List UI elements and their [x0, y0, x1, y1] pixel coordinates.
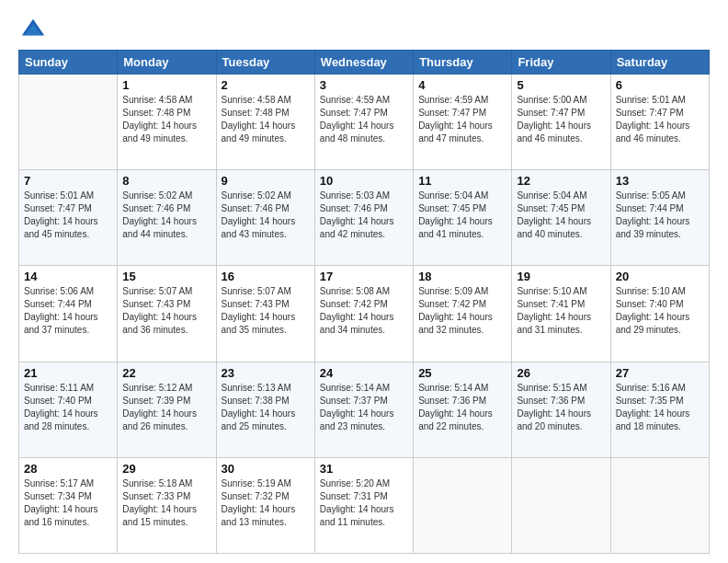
day-info: Sunrise: 5:05 AM Sunset: 7:44 PM Dayligh… — [616, 190, 704, 241]
day-number: 21 — [24, 366, 112, 380]
day-info: Sunrise: 5:02 AM Sunset: 7:46 PM Dayligh… — [222, 190, 310, 241]
day-info: Sunrise: 4:59 AM Sunset: 7:47 PM Dayligh… — [320, 94, 408, 145]
day-number: 28 — [24, 462, 112, 476]
day-number: 27 — [616, 366, 704, 380]
day-number: 13 — [616, 174, 704, 188]
day-cell: 16Sunrise: 5:07 AM Sunset: 7:43 PM Dayli… — [216, 266, 314, 362]
day-info: Sunrise: 5:18 AM Sunset: 7:33 PM Dayligh… — [122, 477, 210, 529]
day-info: Sunrise: 5:11 AM Sunset: 7:40 PM Dayligh… — [24, 382, 112, 433]
day-number: 8 — [122, 174, 210, 188]
day-number: 5 — [517, 78, 605, 92]
day-info: Sunrise: 5:17 AM Sunset: 7:34 PM Dayligh… — [24, 477, 112, 529]
col-header-saturday: Saturday — [610, 51, 709, 75]
day-cell: 15Sunrise: 5:07 AM Sunset: 7:43 PM Dayli… — [118, 266, 216, 362]
day-info: Sunrise: 4:58 AM Sunset: 7:48 PM Dayligh… — [122, 94, 210, 145]
day-info: Sunrise: 5:20 AM Sunset: 7:31 PM Dayligh… — [320, 477, 408, 529]
day-cell: 3Sunrise: 4:59 AM Sunset: 7:47 PM Daylig… — [314, 75, 413, 170]
day-cell — [19, 75, 118, 170]
col-header-tuesday: Tuesday — [216, 51, 314, 75]
day-info: Sunrise: 4:58 AM Sunset: 7:48 PM Dayligh… — [222, 94, 310, 145]
day-cell: 11Sunrise: 5:04 AM Sunset: 7:45 PM Dayli… — [414, 170, 512, 266]
day-number: 26 — [517, 366, 605, 380]
day-cell: 27Sunrise: 5:16 AM Sunset: 7:35 PM Dayli… — [610, 362, 709, 457]
day-cell: 29Sunrise: 5:18 AM Sunset: 7:33 PM Dayli… — [118, 457, 216, 553]
day-cell — [512, 457, 610, 553]
day-number: 23 — [222, 366, 310, 380]
day-info: Sunrise: 5:01 AM Sunset: 7:47 PM Dayligh… — [24, 190, 112, 241]
header — [18, 17, 710, 42]
day-info: Sunrise: 5:14 AM Sunset: 7:36 PM Dayligh… — [418, 382, 506, 433]
day-cell: 31Sunrise: 5:20 AM Sunset: 7:31 PM Dayli… — [314, 457, 413, 553]
day-number: 17 — [320, 270, 408, 283]
day-info: Sunrise: 5:06 AM Sunset: 7:44 PM Dayligh… — [24, 285, 112, 337]
day-info: Sunrise: 5:12 AM Sunset: 7:39 PM Dayligh… — [122, 382, 210, 433]
logo — [18, 17, 46, 42]
day-cell: 25Sunrise: 5:14 AM Sunset: 7:36 PM Dayli… — [414, 362, 512, 457]
day-number: 16 — [222, 270, 310, 283]
day-cell: 19Sunrise: 5:10 AM Sunset: 7:41 PM Dayli… — [512, 266, 610, 362]
day-cell — [414, 457, 512, 553]
week-row-4: 21Sunrise: 5:11 AM Sunset: 7:40 PM Dayli… — [19, 362, 710, 457]
day-cell: 13Sunrise: 5:05 AM Sunset: 7:44 PM Dayli… — [610, 170, 709, 266]
day-number: 15 — [122, 270, 210, 283]
day-number: 3 — [320, 78, 408, 92]
day-cell: 2Sunrise: 4:58 AM Sunset: 7:48 PM Daylig… — [216, 75, 314, 170]
day-cell: 21Sunrise: 5:11 AM Sunset: 7:40 PM Dayli… — [19, 362, 118, 457]
day-cell: 18Sunrise: 5:09 AM Sunset: 7:42 PM Dayli… — [414, 266, 512, 362]
day-number: 4 — [418, 78, 506, 92]
day-number: 10 — [320, 174, 408, 188]
day-number: 12 — [517, 174, 605, 188]
day-info: Sunrise: 4:59 AM Sunset: 7:47 PM Dayligh… — [418, 94, 506, 145]
day-number: 30 — [222, 462, 310, 476]
day-info: Sunrise: 5:16 AM Sunset: 7:35 PM Dayligh… — [616, 382, 704, 433]
day-number: 29 — [122, 462, 210, 476]
day-number: 7 — [24, 174, 112, 188]
day-info: Sunrise: 5:08 AM Sunset: 7:42 PM Dayligh… — [320, 285, 408, 337]
day-info: Sunrise: 5:01 AM Sunset: 7:47 PM Dayligh… — [616, 94, 704, 145]
day-cell: 30Sunrise: 5:19 AM Sunset: 7:32 PM Dayli… — [216, 457, 314, 553]
day-cell: 26Sunrise: 5:15 AM Sunset: 7:36 PM Dayli… — [512, 362, 610, 457]
day-cell: 14Sunrise: 5:06 AM Sunset: 7:44 PM Dayli… — [19, 266, 118, 362]
week-row-2: 7Sunrise: 5:01 AM Sunset: 7:47 PM Daylig… — [19, 170, 710, 266]
day-cell: 10Sunrise: 5:03 AM Sunset: 7:46 PM Dayli… — [314, 170, 413, 266]
day-cell: 24Sunrise: 5:14 AM Sunset: 7:37 PM Dayli… — [314, 362, 413, 457]
day-cell: 8Sunrise: 5:02 AM Sunset: 7:46 PM Daylig… — [118, 170, 216, 266]
day-number: 24 — [320, 366, 408, 380]
calendar-table: SundayMondayTuesdayWednesdayThursdayFrid… — [18, 50, 710, 554]
day-info: Sunrise: 5:10 AM Sunset: 7:40 PM Dayligh… — [616, 285, 704, 337]
day-info: Sunrise: 5:02 AM Sunset: 7:46 PM Dayligh… — [122, 190, 210, 241]
day-info: Sunrise: 5:07 AM Sunset: 7:43 PM Dayligh… — [122, 285, 210, 337]
col-header-thursday: Thursday — [414, 51, 512, 75]
day-info: Sunrise: 5:13 AM Sunset: 7:38 PM Dayligh… — [222, 382, 310, 433]
day-number: 22 — [122, 366, 210, 380]
header-row: SundayMondayTuesdayWednesdayThursdayFrid… — [19, 51, 710, 75]
day-number: 2 — [222, 78, 310, 92]
day-number: 11 — [418, 174, 506, 188]
day-number: 19 — [517, 270, 605, 283]
day-cell: 7Sunrise: 5:01 AM Sunset: 7:47 PM Daylig… — [19, 170, 118, 266]
week-row-5: 28Sunrise: 5:17 AM Sunset: 7:34 PM Dayli… — [19, 457, 710, 553]
day-cell: 5Sunrise: 5:00 AM Sunset: 7:47 PM Daylig… — [512, 75, 610, 170]
day-cell: 23Sunrise: 5:13 AM Sunset: 7:38 PM Dayli… — [216, 362, 314, 457]
day-cell: 22Sunrise: 5:12 AM Sunset: 7:39 PM Dayli… — [118, 362, 216, 457]
day-info: Sunrise: 5:10 AM Sunset: 7:41 PM Dayligh… — [517, 285, 605, 337]
day-cell — [610, 457, 709, 553]
day-info: Sunrise: 5:04 AM Sunset: 7:45 PM Dayligh… — [517, 190, 605, 241]
day-number: 20 — [616, 270, 704, 283]
day-info: Sunrise: 5:15 AM Sunset: 7:36 PM Dayligh… — [517, 382, 605, 433]
day-cell: 4Sunrise: 4:59 AM Sunset: 7:47 PM Daylig… — [414, 75, 512, 170]
day-info: Sunrise: 5:19 AM Sunset: 7:32 PM Dayligh… — [222, 477, 310, 529]
col-header-sunday: Sunday — [19, 51, 118, 75]
day-number: 1 — [122, 78, 210, 92]
day-cell: 20Sunrise: 5:10 AM Sunset: 7:40 PM Dayli… — [610, 266, 709, 362]
day-info: Sunrise: 5:07 AM Sunset: 7:43 PM Dayligh… — [222, 285, 310, 337]
col-header-friday: Friday — [512, 51, 610, 75]
day-cell: 6Sunrise: 5:01 AM Sunset: 7:47 PM Daylig… — [610, 75, 709, 170]
col-header-wednesday: Wednesday — [314, 51, 413, 75]
day-cell: 28Sunrise: 5:17 AM Sunset: 7:34 PM Dayli… — [19, 457, 118, 553]
day-number: 25 — [418, 366, 506, 380]
day-info: Sunrise: 5:00 AM Sunset: 7:47 PM Dayligh… — [517, 94, 605, 145]
day-cell: 9Sunrise: 5:02 AM Sunset: 7:46 PM Daylig… — [216, 170, 314, 266]
day-number: 6 — [616, 78, 704, 92]
day-info: Sunrise: 5:14 AM Sunset: 7:37 PM Dayligh… — [320, 382, 408, 433]
